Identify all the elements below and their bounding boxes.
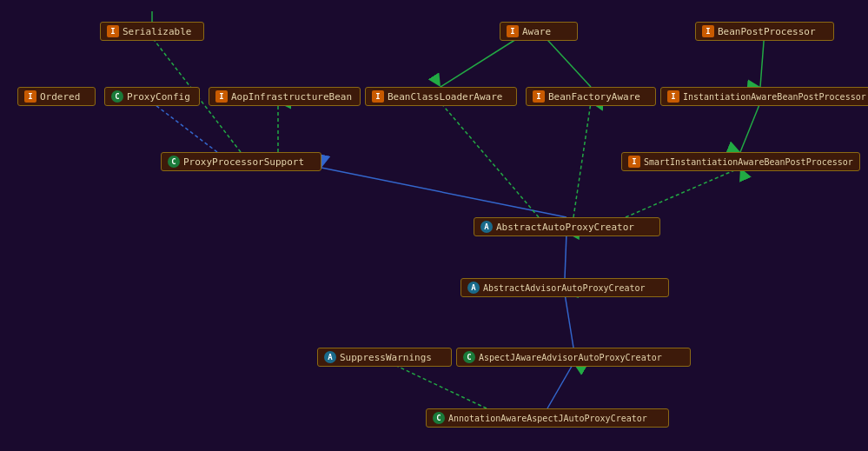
node-annotationawareaspectjautoproxycreator: CAnnotationAwareAspectJAutoProxyCreator bbox=[426, 408, 669, 428]
svg-line-17 bbox=[547, 363, 573, 408]
node-label-ordered: Ordered bbox=[40, 91, 80, 103]
node-label-aopinfrastructurebean: AopInfrastructureBean bbox=[231, 91, 352, 103]
node-icon-ordered: I bbox=[24, 90, 36, 103]
node-icon-beanfactoryaware: I bbox=[533, 90, 545, 103]
node-ordered: IOrdered bbox=[17, 87, 96, 106]
node-icon-annotationawareaspectjautoproxycreator: C bbox=[433, 412, 445, 424]
node-label-beanpostprocessor: BeanPostProcessor bbox=[718, 26, 816, 37]
node-serializable: ISerializable bbox=[100, 22, 204, 41]
svg-line-7 bbox=[321, 168, 567, 217]
node-abstractautoproxycreator: AAbstractAutoProxyCreator bbox=[474, 217, 660, 236]
svg-line-16 bbox=[565, 294, 573, 348]
node-icon-proxyconfig: C bbox=[111, 90, 123, 103]
svg-line-5 bbox=[152, 103, 217, 152]
node-icon-aspectjawareadvisorautoproxycreator: C bbox=[463, 351, 475, 363]
svg-line-9 bbox=[573, 103, 591, 217]
node-icon-beanpostprocessor: I bbox=[702, 25, 714, 37]
node-label-abstractautoproxycreator: AbstractAutoProxyCreator bbox=[496, 222, 634, 233]
node-aware: IAware bbox=[500, 22, 578, 41]
arrows-layer bbox=[0, 0, 868, 451]
svg-line-8 bbox=[441, 103, 539, 217]
node-label-annotationawareaspectjautoproxycreator: AnnotationAwareAspectJAutoProxyCreator bbox=[448, 414, 647, 423]
svg-line-14 bbox=[740, 103, 760, 152]
node-label-smartinstantiationawarebeanpostprocessor: SmartInstantiationAwareBeanPostProcessor bbox=[644, 157, 853, 167]
node-icon-aware: I bbox=[507, 25, 519, 37]
node-label-beanfactoryaware: BeanFactoryAware bbox=[548, 91, 640, 103]
node-label-suppresswarnings: SuppressWarnings bbox=[340, 352, 432, 363]
node-label-beanclassloaderaware: BeanClassLoaderAware bbox=[388, 91, 502, 103]
node-icon-abstractadvisorautoproxycreator: A bbox=[467, 282, 480, 294]
node-label-proxyconfig: ProxyConfig bbox=[127, 91, 190, 103]
svg-line-18 bbox=[391, 363, 487, 408]
node-label-aspectjawareadvisorautoproxycreator: AspectJAwareAdvisorAutoProxyCreator bbox=[479, 353, 662, 362]
node-abstractadvisorautoproxycreator: AAbstractAdvisorAutoProxyCreator bbox=[461, 278, 669, 297]
node-proxyconfig: CProxyConfig bbox=[104, 87, 200, 106]
node-icon-aopinfrastructurebean: I bbox=[215, 90, 228, 103]
node-label-proxyprocessorsupport: ProxyProcessorSupport bbox=[183, 156, 304, 168]
svg-line-15 bbox=[565, 233, 567, 278]
node-icon-proxyprocessorsupport: C bbox=[168, 156, 180, 168]
node-icon-abstractautoproxycreator: A bbox=[480, 221, 493, 233]
node-label-serializable: Serializable bbox=[123, 26, 191, 37]
node-beanpostprocessor: IBeanPostProcessor bbox=[695, 22, 834, 41]
node-smartinstantiationawarebeanpostprocessor: ISmartInstantiationAwareBeanPostProcesso… bbox=[621, 152, 860, 171]
svg-line-10 bbox=[626, 168, 740, 217]
node-icon-suppresswarnings: A bbox=[324, 351, 336, 363]
node-label-abstractadvisorautoproxycreator: AbstractAdvisorAutoProxyCreator bbox=[483, 283, 646, 293]
class-diagram: ISerializableIAwareIBeanPostProcessorIOr… bbox=[0, 0, 868, 451]
node-icon-serializable: I bbox=[107, 25, 119, 37]
node-label-aware: Aware bbox=[522, 26, 551, 37]
node-icon-beanclassloaderaware: I bbox=[372, 90, 384, 103]
node-label-instantiationawarebeanpostprocessor: InstantiationAwareBeanPostProcessor bbox=[683, 92, 866, 102]
node-suppresswarnings: ASuppressWarnings bbox=[317, 348, 452, 367]
node-aspectjawareadvisorautoproxycreator: CAspectJAwareAdvisorAutoProxyCreator bbox=[456, 348, 691, 367]
node-aopinfrastructurebean: IAopInfrastructureBean bbox=[209, 87, 361, 106]
node-beanfactoryaware: IBeanFactoryAware bbox=[526, 87, 656, 106]
node-instantiationawarebeanpostprocessor: IInstantiationAwareBeanPostProcessor bbox=[660, 87, 868, 106]
node-icon-smartinstantiationawarebeanpostprocessor: I bbox=[628, 156, 640, 168]
node-proxyprocessorsupport: CProxyProcessorSupport bbox=[161, 152, 321, 171]
node-beanclassloaderaware: IBeanClassLoaderAware bbox=[365, 87, 517, 106]
node-icon-instantiationawarebeanpostprocessor: I bbox=[667, 90, 679, 103]
